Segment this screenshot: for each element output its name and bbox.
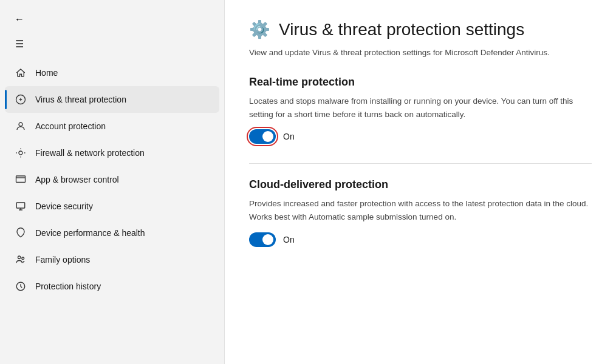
realtime-toggle[interactable]	[249, 129, 276, 144]
cloud-desc: Provides increased and faster protection…	[249, 197, 589, 223]
home-icon	[15, 67, 27, 79]
history-icon	[15, 280, 27, 292]
sidebar-item-account[interactable]: Account protection	[5, 113, 219, 140]
sidebar-item-label-firewall: Firewall & network protection	[35, 148, 145, 158]
sidebar-item-label-virus: Virus & threat protection	[35, 95, 126, 104]
svg-point-4	[18, 256, 21, 259]
section-realtime: Real-time protectionLocates and stops ma…	[249, 76, 592, 144]
sidebar-item-label-device-security: Device security	[35, 201, 93, 211]
sidebar-navigation: HomeVirus & threat protectionAccount pro…	[0, 59, 224, 300]
sidebar-item-label-history: Protection history	[35, 281, 101, 291]
sidebar-item-family[interactable]: Family options	[5, 246, 219, 273]
menu-button[interactable]: ☰	[10, 34, 29, 53]
sidebar-item-firewall[interactable]: Firewall & network protection	[5, 140, 219, 166]
page-title: Virus & threat protection settings	[279, 20, 524, 39]
sidebar-item-label-browser: App & browser control	[35, 175, 119, 184]
sidebar-item-device-health[interactable]: Device performance & health	[5, 220, 219, 246]
page-header: ⚙️ Virus & threat protection settings	[249, 19, 592, 39]
page-subtitle: View and update Virus & threat protectio…	[249, 47, 589, 59]
sidebar-item-label-device-health: Device performance & health	[35, 228, 145, 238]
realtime-title: Real-time protection	[249, 76, 592, 89]
sidebar-item-home[interactable]: Home	[5, 59, 219, 86]
svg-rect-3	[16, 203, 25, 208]
main-content: ⚙️ Virus & threat protection settings Vi…	[225, 0, 616, 364]
family-icon	[15, 254, 27, 266]
realtime-toggle-row: On	[249, 129, 592, 144]
sidebar-item-browser[interactable]: App & browser control	[5, 166, 219, 193]
virus-icon	[15, 93, 27, 106]
sidebar-item-label-account: Account protection	[35, 121, 106, 131]
page-header-icon: ⚙️	[249, 19, 270, 39]
svg-point-1	[19, 151, 22, 155]
sidebar: ← ☰ HomeVirus & threat protectionAccount…	[0, 0, 225, 364]
realtime-toggle-label: On	[283, 132, 295, 141]
svg-rect-2	[16, 176, 26, 183]
device-security-icon	[15, 200, 27, 212]
sidebar-item-history[interactable]: Protection history	[5, 273, 219, 300]
account-icon	[15, 120, 27, 132]
svg-point-5	[22, 257, 24, 260]
cloud-toggle-row: On	[249, 232, 592, 247]
cloud-toggle[interactable]	[249, 232, 276, 247]
sidebar-controls: ← ☰	[0, 6, 224, 59]
device-health-icon	[15, 227, 27, 239]
back-button[interactable]: ←	[10, 10, 29, 29]
browser-icon	[15, 174, 27, 186]
sidebar-item-virus[interactable]: Virus & threat protection	[5, 86, 219, 113]
cloud-title: Cloud-delivered protection	[249, 178, 592, 191]
sidebar-item-label-home: Home	[35, 68, 58, 78]
section-cloud: Cloud-delivered protectionProvides incre…	[249, 178, 592, 246]
realtime-desc: Locates and stops malware from installin…	[249, 95, 589, 121]
cloud-toggle-label: On	[283, 235, 295, 244]
sidebar-item-device-security[interactable]: Device security	[5, 193, 219, 220]
sidebar-item-label-family: Family options	[35, 255, 90, 265]
firewall-icon	[15, 147, 27, 159]
svg-point-0	[19, 123, 22, 126]
